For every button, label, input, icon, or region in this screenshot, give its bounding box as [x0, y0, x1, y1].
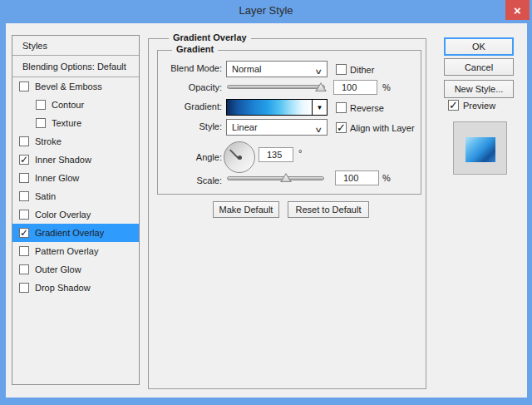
sidebar-item[interactable]: Bevel & Emboss — [12, 77, 139, 96]
angle-unit: ° — [298, 148, 302, 158]
gradient-preview-swatch — [466, 137, 495, 162]
effect-checkbox[interactable] — [36, 118, 46, 128]
reset-to-default-button[interactable]: Reset to Default — [288, 201, 369, 218]
cancel-button[interactable]: Cancel — [444, 58, 514, 76]
dither-checkbox[interactable] — [336, 64, 347, 75]
gradient-overlay-panel: Gradient Overlay Gradient Blend Mode: No… — [148, 38, 426, 389]
close-icon: × — [514, 3, 521, 17]
blend-mode-select[interactable]: Normal ∨ — [226, 61, 328, 77]
style-select[interactable]: Linear ∨ — [226, 119, 328, 136]
effect-checkbox[interactable] — [19, 136, 29, 146]
sidebar-item-label: Gradient Overlay — [35, 228, 104, 238]
sidebar-item-label: Contour — [52, 100, 84, 110]
panel-title: Gradient Overlay — [169, 32, 251, 42]
sidebar-item[interactable]: Stroke — [12, 132, 139, 151]
sidebar-item[interactable]: ✓ Gradient Overlay — [12, 224, 139, 242]
effect-checkbox[interactable] — [19, 283, 29, 293]
sidebar-item-blending-options[interactable]: Blending Options: Default — [12, 56, 139, 77]
reverse-label: Reverse — [350, 103, 384, 113]
dither-label: Dither — [350, 65, 374, 75]
sidebar-item-styles[interactable]: Styles — [12, 36, 139, 56]
chevron-down-icon: ∨ — [315, 64, 323, 79]
scale-slider-thumb[interactable] — [280, 173, 292, 182]
dropdown-arrow-icon: ▼ — [317, 104, 323, 111]
opacity-unit: % — [382, 82, 391, 92]
scale-input[interactable]: 100 — [335, 170, 379, 185]
angle-label: Angle: — [149, 152, 222, 162]
sidebar-item[interactable]: ✓ Inner Shadow — [12, 151, 139, 169]
scale-slider[interactable] — [227, 176, 324, 180]
opacity-input[interactable]: 100 — [333, 80, 377, 95]
effect-checkbox[interactable] — [19, 191, 29, 201]
effect-checkbox[interactable] — [19, 173, 29, 183]
angle-input[interactable]: 135 — [259, 147, 293, 162]
sidebar-item-label: Outer Glow — [35, 264, 81, 274]
gradient-picker-button[interactable]: ▼ — [313, 99, 328, 116]
sidebar-item-label: Inner Glow — [35, 173, 79, 183]
opacity-slider[interactable] — [227, 85, 325, 89]
sidebar-item-label: Bevel & Emboss — [35, 81, 102, 91]
sidebar-item-label: Satin — [35, 191, 56, 201]
sidebar-item[interactable]: Inner Glow — [12, 169, 139, 187]
sidebar-item[interactable]: Drop Shadow — [12, 279, 139, 297]
sidebar-item-label: Drop Shadow — [35, 283, 91, 293]
group-title: Gradient — [172, 44, 218, 54]
dialog-body: Styles Blending Options: Default Bevel &… — [6, 23, 527, 398]
preview-checkbox[interactable]: ✓ — [448, 100, 459, 111]
effect-checkbox[interactable] — [36, 100, 46, 110]
close-button[interactable]: × — [505, 0, 530, 20]
preview-label: Preview — [463, 101, 495, 111]
gradient-label: Gradient: — [149, 101, 222, 111]
chevron-down-icon: ∨ — [315, 122, 323, 137]
sidebar-item[interactable]: Texture — [12, 114, 139, 132]
angle-dial-center — [238, 156, 242, 160]
effect-checkbox[interactable] — [19, 210, 29, 220]
style-value: Linear — [232, 122, 258, 132]
titlebar: Layer Style × — [0, 0, 532, 23]
style-label: Style: — [149, 121, 222, 131]
sidebar-items: Bevel & Emboss Contour Texture Stroke ✓ … — [12, 77, 139, 297]
scale-unit: % — [382, 173, 391, 183]
sidebar-item[interactable]: Pattern Overlay — [12, 242, 139, 260]
ok-button[interactable]: OK — [444, 37, 514, 56]
sidebar-item[interactable]: Contour — [12, 96, 139, 114]
sidebar-item-label: Pattern Overlay — [35, 246, 98, 256]
effect-checkbox[interactable]: ✓ — [19, 155, 29, 165]
preview-option: ✓ Preview — [448, 100, 495, 111]
sidebar-item[interactable]: Outer Glow — [12, 260, 139, 279]
opacity-label: Opacity: — [149, 82, 222, 92]
styles-sidebar: Styles Blending Options: Default Bevel &… — [12, 35, 140, 385]
effect-checkbox[interactable]: ✓ — [19, 228, 29, 238]
align-with-layer-checkbox[interactable]: ✓ — [336, 122, 347, 133]
effect-checkbox[interactable] — [19, 246, 29, 256]
opacity-slider-thumb[interactable] — [315, 82, 327, 91]
sidebar-item-label: Texture — [52, 118, 81, 128]
sidebar-item-label: Stroke — [35, 136, 62, 146]
angle-dial[interactable] — [224, 141, 255, 173]
style-preview-thumbnail — [453, 121, 507, 175]
sidebar-item[interactable]: Color Overlay — [12, 205, 139, 224]
gradient-swatch[interactable] — [226, 99, 313, 116]
sidebar-item-label: Color Overlay — [35, 210, 91, 220]
layer-style-dialog: Layer Style × Styles Blending Options: D… — [0, 0, 532, 405]
blend-mode-label: Blend Mode: — [149, 63, 222, 73]
effect-checkbox[interactable] — [19, 81, 29, 91]
reverse-checkbox[interactable] — [336, 102, 347, 113]
sidebar-item[interactable]: Satin — [12, 187, 139, 205]
window-title: Layer Style — [0, 0, 532, 23]
align-with-layer-label: Align with Layer — [350, 123, 415, 133]
scale-label: Scale: — [149, 175, 222, 185]
blend-mode-value: Normal — [232, 64, 261, 74]
sidebar-item-label: Inner Shadow — [35, 155, 91, 165]
make-default-button[interactable]: Make Default — [213, 201, 279, 218]
effect-checkbox[interactable] — [19, 264, 29, 274]
new-style-button[interactable]: New Style... — [444, 80, 514, 98]
